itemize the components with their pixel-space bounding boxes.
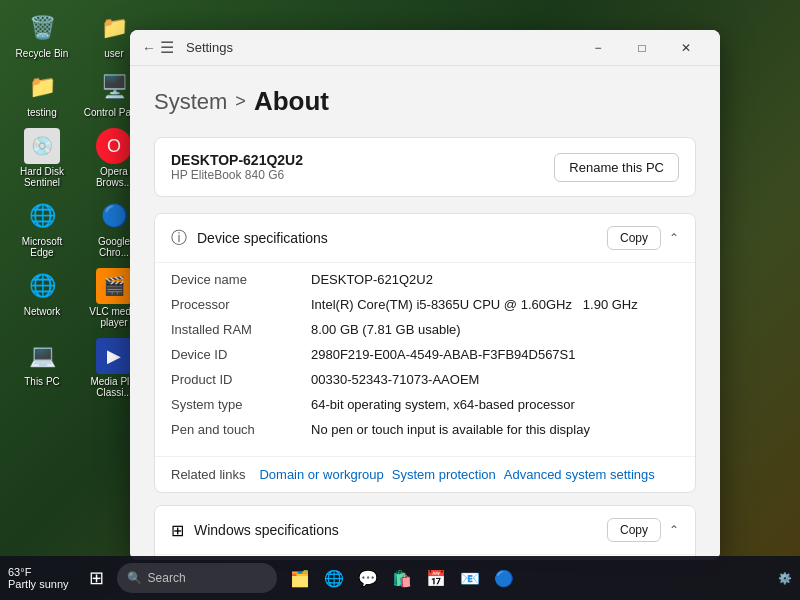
page-title: About: [254, 86, 329, 117]
table-row: Pen and touch No pen or touch input is a…: [171, 417, 679, 442]
table-row: Installed RAM 8.00 GB (7.81 GB usable): [171, 317, 679, 342]
recycle-bin-icon[interactable]: 🗑️ Recycle Bin: [10, 10, 74, 59]
taskbar-store-icon[interactable]: 🛍️: [387, 563, 417, 593]
taskbar-calendar-icon[interactable]: 📅: [421, 563, 451, 593]
device-specs-section: ⓘ Device specifications Copy ⌃ Device na…: [154, 213, 696, 493]
pc-name: DESKTOP-621Q2U2: [171, 152, 303, 168]
content-area: System > About DESKTOP-621Q2U2 HP EliteB…: [130, 66, 720, 560]
menu-icon[interactable]: ☰: [160, 38, 174, 57]
settings-tray-icon[interactable]: ⚙️: [778, 572, 792, 585]
main-content: System > About DESKTOP-621Q2U2 HP EliteB…: [130, 66, 720, 560]
table-row: Product ID 00330-52343-71073-AAOEM: [171, 367, 679, 392]
weather-desc: Partly sunny: [8, 578, 69, 590]
nav-buttons: ← ☰: [142, 38, 174, 57]
pc-name-card: DESKTOP-621Q2U2 HP EliteBook 840 G6 Rena…: [154, 137, 696, 197]
taskbar-widgets-icon[interactable]: 🗂️: [285, 563, 315, 593]
pc-name-info: DESKTOP-621Q2U2 HP EliteBook 840 G6: [171, 152, 303, 182]
taskbar-pinned-icons: 🗂️ 🌐 💬 🛍️ 📅 📧 🔵: [285, 563, 519, 593]
taskbar-weather: 63°F Partly sunny: [8, 566, 69, 590]
system-protection-link[interactable]: System protection: [390, 467, 498, 482]
minimize-button[interactable]: −: [576, 30, 620, 66]
table-row: Processor Intel(R) Core(TM) i5-8365U CPU…: [171, 292, 679, 317]
microsoft-edge-icon[interactable]: 🌐 Microsoft Edge: [10, 198, 74, 258]
related-links-label: Related links: [171, 467, 245, 482]
page-header: System > About: [154, 86, 696, 117]
breadcrumb-system[interactable]: System: [154, 89, 227, 115]
window-title: Settings: [186, 40, 233, 55]
close-button[interactable]: ✕: [664, 30, 708, 66]
chevron-up-icon: ⌃: [669, 231, 679, 245]
table-row: Device name DESKTOP-621Q2U2: [171, 267, 679, 292]
windows-header-right: Copy ⌃: [607, 518, 679, 542]
device-specs-title: Device specifications: [197, 230, 328, 246]
window-controls: − □ ✕: [576, 30, 708, 66]
testing-icon[interactable]: 📁 testing: [10, 69, 74, 118]
table-row: Device ID 2980F219-E00A-4549-ABAB-F3FB94…: [171, 342, 679, 367]
network-icon[interactable]: 🌐 Network: [10, 268, 74, 328]
info-icon: ⓘ: [171, 228, 187, 249]
domain-workgroup-link[interactable]: Domain or workgroup: [257, 467, 385, 482]
desktop-icons: 🗑️ Recycle Bin 📁 user 📁 testing 🖥️ Contr…: [10, 10, 146, 398]
title-bar: ← ☰ Settings − □ ✕: [130, 30, 720, 66]
pc-model: HP EliteBook 840 G6: [171, 168, 303, 182]
device-spec-table: Device name DESKTOP-621Q2U2 Processor In…: [155, 262, 695, 456]
windows-specs-copy-button[interactable]: Copy: [607, 518, 661, 542]
device-specs-copy-button[interactable]: Copy: [607, 226, 661, 250]
windows-logo-icon: ⊞: [171, 521, 184, 540]
device-specs-header[interactable]: ⓘ Device specifications Copy ⌃: [155, 214, 695, 262]
hard-disk-sentinel-icon[interactable]: 💿 Hard Disk Sentinel: [10, 128, 74, 188]
start-button[interactable]: ⊞: [81, 562, 113, 594]
advanced-system-settings-link[interactable]: Advanced system settings: [502, 467, 657, 482]
taskbar-edge-icon[interactable]: 🌐: [319, 563, 349, 593]
search-icon: 🔍: [127, 571, 142, 585]
desktop: 🗑️ Recycle Bin 📁 user 📁 testing 🖥️ Contr…: [0, 0, 800, 600]
maximize-button[interactable]: □: [620, 30, 664, 66]
section-header-right: Copy ⌃: [607, 226, 679, 250]
windows-specs-section: ⊞ Windows specifications Copy ⌃ Edition …: [154, 505, 696, 560]
this-pc-icon[interactable]: 💻 This PC: [10, 338, 74, 398]
back-icon[interactable]: ←: [142, 40, 156, 56]
rename-pc-button[interactable]: Rename this PC: [554, 153, 679, 182]
taskbar-search[interactable]: 🔍 Search: [117, 563, 277, 593]
windows-specs-title: Windows specifications: [194, 522, 339, 538]
weather-temp: 63°F: [8, 566, 31, 578]
taskbar-chrome-icon[interactable]: 🔵: [489, 563, 519, 593]
windows-header-left: ⊞ Windows specifications: [171, 521, 339, 540]
settings-window: ← ☰ Settings − □ ✕ System > About: [130, 30, 720, 560]
breadcrumb-separator: >: [235, 91, 246, 112]
chevron-up-icon-2: ⌃: [669, 523, 679, 537]
related-links: Related links Domain or workgroup System…: [155, 456, 695, 492]
search-label: Search: [148, 571, 186, 585]
taskbar-tray: ⚙️: [778, 572, 792, 585]
table-row: System type 64-bit operating system, x64…: [171, 392, 679, 417]
taskbar-teams-icon[interactable]: 💬: [353, 563, 383, 593]
taskbar: 63°F Partly sunny ⊞ 🔍 Search 🗂️ 🌐 💬 🛍️ 📅…: [0, 556, 800, 600]
windows-specs-header[interactable]: ⊞ Windows specifications Copy ⌃: [155, 506, 695, 554]
taskbar-mail-icon[interactable]: 📧: [455, 563, 485, 593]
section-header-left: ⓘ Device specifications: [171, 228, 328, 249]
